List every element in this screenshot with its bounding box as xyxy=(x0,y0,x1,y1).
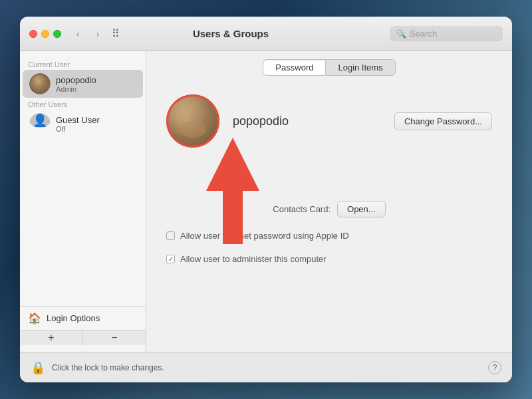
login-options-label: Login Options xyxy=(47,313,100,323)
checkbox-row-1: Allow user to reset password using Apple… xyxy=(166,231,492,241)
reset-password-label: Allow user to reset password using Apple… xyxy=(180,231,349,241)
arrow-annotation xyxy=(166,131,273,264)
other-users-label: Other Users xyxy=(20,98,146,110)
add-user-button[interactable]: + xyxy=(20,331,83,345)
guest-icon: 👤 xyxy=(29,113,51,128)
content-area: Current User popopodio Admin Other Users… xyxy=(20,51,512,352)
titlebar: ‹ › ⠿ Users & Groups 🔍 Search xyxy=(20,17,512,51)
svg-marker-1 xyxy=(206,138,259,244)
search-placeholder: Search xyxy=(410,29,437,39)
contacts-label: Contacts Card: xyxy=(273,204,331,214)
avatar-current-user xyxy=(29,73,51,94)
current-user-role: Admin xyxy=(56,85,96,93)
login-icon: 🏠 xyxy=(28,312,41,325)
main-panel: Password Login Items popopodio Change Pa… xyxy=(146,51,512,352)
avatar-guest: 👤 xyxy=(29,113,51,134)
avatar-image xyxy=(29,73,51,94)
current-user-name: popopodio xyxy=(56,75,96,85)
minimize-button[interactable] xyxy=(41,30,49,38)
system-preferences-window: ‹ › ⠿ Users & Groups 🔍 Search Current Us… xyxy=(20,17,512,382)
sidebar-spacer xyxy=(20,138,146,306)
sidebar: Current User popopodio Admin Other Users… xyxy=(20,51,146,352)
bottom-bar: 🔒 Click the lock to make changes. ? xyxy=(20,352,512,382)
login-options-item[interactable]: 🏠 Login Options xyxy=(20,306,146,330)
lock-icon[interactable]: 🔒 xyxy=(31,360,45,375)
main-username: popopodio xyxy=(233,114,289,128)
reset-password-checkbox[interactable] xyxy=(166,231,175,240)
traffic-lights xyxy=(29,30,61,38)
search-bar[interactable]: 🔍 Search xyxy=(390,26,503,41)
window-title: Users & Groups xyxy=(72,28,390,39)
sidebar-controls: + − xyxy=(20,330,146,345)
open-contacts-button[interactable]: Open... xyxy=(337,201,386,217)
admin-checkbox[interactable]: ✓ xyxy=(166,255,175,263)
tab-password[interactable]: Password xyxy=(263,59,325,76)
admin-label: Allow user to administer this computer xyxy=(180,254,327,264)
maximize-button[interactable] xyxy=(53,30,61,38)
close-button[interactable] xyxy=(29,30,37,38)
contacts-row: Contacts Card: Open... xyxy=(166,201,492,217)
large-avatar-container xyxy=(166,94,219,148)
tabs: Password Login Items xyxy=(146,51,512,81)
remove-user-button[interactable]: − xyxy=(83,331,146,345)
lock-text: Click the lock to make changes. xyxy=(52,363,164,372)
tab-login-items[interactable]: Login Items xyxy=(325,59,395,76)
change-password-button[interactable]: Change Password... xyxy=(394,112,492,130)
user-header: popopodio Change Password... xyxy=(166,94,492,148)
sidebar-item-current-user[interactable]: popopodio Admin xyxy=(23,70,143,98)
search-icon: 🔍 xyxy=(396,29,406,39)
panel-content: popopodio Change Password... xyxy=(146,81,512,352)
guest-user-name: Guest User xyxy=(56,115,100,125)
sidebar-item-guest-user[interactable]: 👤 Guest User Off xyxy=(23,110,143,138)
help-button[interactable]: ? xyxy=(488,361,501,374)
guest-user-info: Guest User Off xyxy=(56,115,100,133)
checkbox-row-2: ✓ Allow user to administer this computer xyxy=(166,254,492,264)
current-user-label: Current User xyxy=(20,58,146,70)
guest-user-status: Off xyxy=(56,125,100,133)
avatar-highlight xyxy=(166,94,219,148)
user-info: popopodio Admin xyxy=(56,75,96,93)
